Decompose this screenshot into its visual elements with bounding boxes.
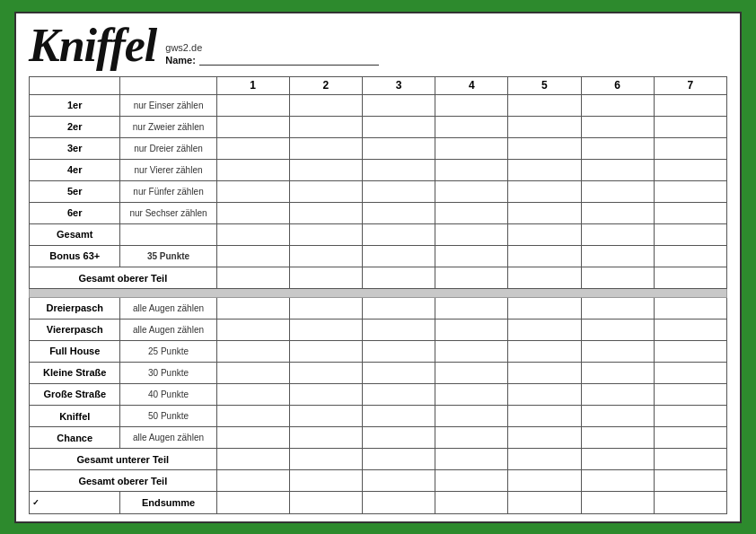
cell-gesamt-2[interactable] bbox=[289, 223, 362, 245]
cell-3er-6[interactable] bbox=[581, 137, 654, 159]
cell-viererpasch-6[interactable] bbox=[581, 319, 654, 340]
cell-bonus-7[interactable] bbox=[654, 245, 726, 267]
cell-kniffel-6[interactable] bbox=[581, 406, 654, 427]
cell-gesamt-oberer-7[interactable] bbox=[654, 267, 726, 289]
cell-bonus-3[interactable] bbox=[362, 245, 435, 267]
cell-fullhouse-3[interactable] bbox=[362, 340, 435, 362]
cell-2er-2[interactable] bbox=[289, 116, 362, 137]
cell-fullhouse-6[interactable] bbox=[581, 340, 654, 362]
cell-6er-6[interactable] bbox=[581, 202, 654, 223]
cell-gesamt-unterer-2[interactable] bbox=[289, 449, 362, 470]
cell-2er-4[interactable] bbox=[435, 116, 508, 137]
cell-kniffel-2[interactable] bbox=[289, 406, 362, 427]
cell-viererpasch-5[interactable] bbox=[508, 319, 581, 340]
cell-1er-6[interactable] bbox=[581, 94, 654, 116]
cell-6er-4[interactable] bbox=[435, 202, 508, 223]
cell-dreierpasch-3[interactable] bbox=[362, 297, 435, 319]
cell-1er-4[interactable] bbox=[435, 94, 508, 116]
cell-endsumme-2[interactable] bbox=[289, 492, 362, 513]
cell-3er-7[interactable] bbox=[654, 137, 726, 159]
cell-dreierpasch-7[interactable] bbox=[654, 297, 726, 319]
cell-gesamt-oberer2-4[interactable] bbox=[435, 470, 508, 492]
cell-1er-2[interactable] bbox=[289, 94, 362, 116]
cell-2er-3[interactable] bbox=[362, 116, 435, 137]
cell-grosse-strasse-3[interactable] bbox=[362, 383, 435, 405]
cell-kleine-strasse-2[interactable] bbox=[289, 362, 362, 383]
cell-gesamt-oberer-1[interactable] bbox=[216, 267, 289, 289]
cell-bonus-1[interactable] bbox=[216, 245, 289, 267]
cell-3er-1[interactable] bbox=[216, 137, 289, 159]
cell-1er-7[interactable] bbox=[654, 94, 726, 116]
cell-kniffel-5[interactable] bbox=[508, 406, 581, 427]
cell-dreierpasch-4[interactable] bbox=[435, 297, 508, 319]
cell-dreierpasch-6[interactable] bbox=[581, 297, 654, 319]
cell-endsumme-3[interactable] bbox=[362, 492, 435, 513]
cell-chance-2[interactable] bbox=[289, 427, 362, 449]
cell-endsumme-1[interactable] bbox=[216, 492, 289, 513]
cell-gesamt-unterer-6[interactable] bbox=[581, 449, 654, 470]
cell-dreierpasch-2[interactable] bbox=[289, 297, 362, 319]
cell-gesamt-oberer2-5[interactable] bbox=[508, 470, 581, 492]
cell-gesamt-oberer-6[interactable] bbox=[581, 267, 654, 289]
cell-fullhouse-4[interactable] bbox=[435, 340, 508, 362]
cell-gesamt-oberer2-3[interactable] bbox=[362, 470, 435, 492]
cell-kniffel-3[interactable] bbox=[362, 406, 435, 427]
cell-chance-1[interactable] bbox=[216, 427, 289, 449]
cell-gesamt-oberer-2[interactable] bbox=[289, 267, 362, 289]
cell-gesamt-unterer-1[interactable] bbox=[216, 449, 289, 470]
cell-5er-2[interactable] bbox=[289, 180, 362, 202]
cell-gesamt-oberer-5[interactable] bbox=[508, 267, 581, 289]
cell-fullhouse-5[interactable] bbox=[508, 340, 581, 362]
cell-viererpasch-1[interactable] bbox=[216, 319, 289, 340]
cell-gesamt-unterer-5[interactable] bbox=[508, 449, 581, 470]
cell-viererpasch-2[interactable] bbox=[289, 319, 362, 340]
cell-5er-6[interactable] bbox=[581, 180, 654, 202]
cell-endsumme-4[interactable] bbox=[435, 492, 508, 513]
cell-dreierpasch-5[interactable] bbox=[508, 297, 581, 319]
cell-grosse-strasse-2[interactable] bbox=[289, 383, 362, 405]
cell-grosse-strasse-4[interactable] bbox=[435, 383, 508, 405]
cell-3er-3[interactable] bbox=[362, 137, 435, 159]
cell-2er-7[interactable] bbox=[654, 116, 726, 137]
cell-grosse-strasse-5[interactable] bbox=[508, 383, 581, 405]
cell-6er-3[interactable] bbox=[362, 202, 435, 223]
cell-grosse-strasse-7[interactable] bbox=[654, 383, 726, 405]
cell-gesamt-oberer2-7[interactable] bbox=[654, 470, 726, 492]
cell-gesamt-7[interactable] bbox=[654, 223, 726, 245]
cell-3er-5[interactable] bbox=[508, 137, 581, 159]
cell-fullhouse-2[interactable] bbox=[289, 340, 362, 362]
cell-gesamt-1[interactable] bbox=[216, 223, 289, 245]
cell-chance-5[interactable] bbox=[508, 427, 581, 449]
cell-kniffel-7[interactable] bbox=[654, 406, 726, 427]
cell-kniffel-4[interactable] bbox=[435, 406, 508, 427]
cell-2er-5[interactable] bbox=[508, 116, 581, 137]
cell-kleine-strasse-3[interactable] bbox=[362, 362, 435, 383]
cell-chance-6[interactable] bbox=[581, 427, 654, 449]
cell-gesamt-6[interactable] bbox=[581, 223, 654, 245]
cell-bonus-5[interactable] bbox=[508, 245, 581, 267]
cell-gesamt-oberer-3[interactable] bbox=[362, 267, 435, 289]
cell-4er-1[interactable] bbox=[216, 159, 289, 180]
cell-4er-7[interactable] bbox=[654, 159, 726, 180]
cell-5er-1[interactable] bbox=[216, 180, 289, 202]
cell-5er-7[interactable] bbox=[654, 180, 726, 202]
cell-viererpasch-3[interactable] bbox=[362, 319, 435, 340]
cell-gesamt-unterer-4[interactable] bbox=[435, 449, 508, 470]
cell-5er-5[interactable] bbox=[508, 180, 581, 202]
cell-fullhouse-7[interactable] bbox=[654, 340, 726, 362]
cell-endsumme-7[interactable] bbox=[654, 492, 726, 513]
cell-6er-7[interactable] bbox=[654, 202, 726, 223]
cell-chance-7[interactable] bbox=[654, 427, 726, 449]
cell-gesamt-oberer2-6[interactable] bbox=[581, 470, 654, 492]
cell-dreierpasch-1[interactable] bbox=[216, 297, 289, 319]
cell-kleine-strasse-4[interactable] bbox=[435, 362, 508, 383]
cell-kleine-strasse-5[interactable] bbox=[508, 362, 581, 383]
cell-6er-5[interactable] bbox=[508, 202, 581, 223]
cell-gesamt-unterer-7[interactable] bbox=[654, 449, 726, 470]
cell-viererpasch-4[interactable] bbox=[435, 319, 508, 340]
cell-gesamt-5[interactable] bbox=[508, 223, 581, 245]
cell-endsumme-6[interactable] bbox=[581, 492, 654, 513]
cell-gesamt-unterer-3[interactable] bbox=[362, 449, 435, 470]
cell-endsumme-5[interactable] bbox=[508, 492, 581, 513]
cell-kniffel-1[interactable] bbox=[216, 406, 289, 427]
